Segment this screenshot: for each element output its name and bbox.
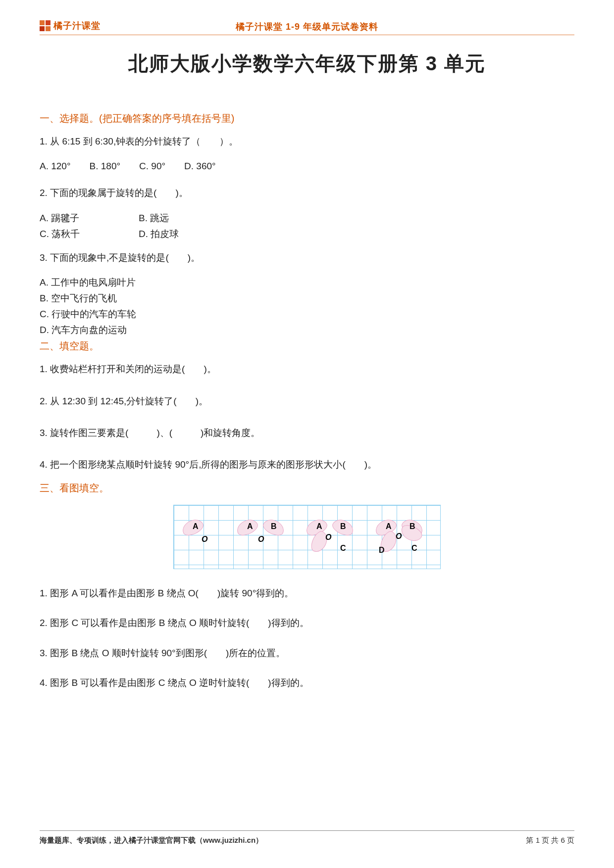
fig-label-O2: O xyxy=(258,535,264,544)
s1-q2: 2. 下面的现象属于旋转的是( )。 xyxy=(40,186,574,200)
s1-q2-optA: A. 踢毽子 xyxy=(40,212,139,225)
section3-heading: 三、看图填空。 xyxy=(40,482,574,495)
fig-label-O3: O xyxy=(325,533,331,542)
s1-q3-optA: A. 工作中的电风扇叶片 xyxy=(40,276,574,289)
s1-q1-options: A. 120° B. 180° C. 90° D. 360° xyxy=(40,160,574,173)
s3-q3: 3. 图形 B 绕点 O 顺时针旋转 90°到图形( )所在的位置。 xyxy=(40,646,574,661)
fig-label-C4: C xyxy=(411,544,417,553)
s2-q3: 3. 旋转作图三要素是( )、( )和旋转角度。 xyxy=(40,426,574,440)
logo-icon xyxy=(40,20,51,31)
fig-label-O: O xyxy=(202,535,207,544)
s1-q2-optC: C. 荡秋千 xyxy=(40,228,139,241)
s1-q2-options: A. 踢毽子 B. 跳远 C. 荡秋千 D. 拍皮球 xyxy=(40,212,574,243)
s3-q4: 4. 图形 B 可以看作是由图形 C 绕点 O 逆时针旋转( )得到的。 xyxy=(40,675,574,690)
s1-q3-optD: D. 汽车方向盘的运动 xyxy=(40,324,574,337)
footer-left: 海量题库、专项训练，进入橘子汁课堂官网下载（www.juzizhi.cn） xyxy=(40,836,263,845)
fig-label-A3: A xyxy=(316,522,322,531)
page: 橘子汁课堂 橘子汁课堂 1-9 年级单元试卷资料 北师大版小学数学六年级下册第 … xyxy=(0,0,614,690)
footer-right: 第 1 页 共 6 页 xyxy=(526,836,574,845)
s1-q3-optB: B. 空中飞行的飞机 xyxy=(40,292,574,305)
fig-label-B4: B xyxy=(409,522,415,531)
fig-label-B2: B xyxy=(271,522,277,531)
page-title: 北师大版小学数学六年级下册第 3 单元 xyxy=(40,50,574,77)
brand-block: 橘子汁课堂 xyxy=(40,20,101,32)
fig-label-A4: A xyxy=(386,522,392,531)
s1-q2-optD: D. 拍皮球 xyxy=(139,228,238,241)
s2-q2: 2. 从 12:30 到 12:45,分针旋转了( )。 xyxy=(40,394,574,409)
header-center: 橘子汁课堂 1-9 年级单元试卷资料 xyxy=(236,21,378,33)
fig-label-A2: A xyxy=(247,522,253,531)
s1-q3-optC: C. 行驶中的汽车的车轮 xyxy=(40,308,574,321)
fig-label-O4: O xyxy=(396,532,402,541)
s1-q3: 3. 下面的现象中,不是旋转的是( )。 xyxy=(40,250,574,265)
fig-label-C3: C xyxy=(340,544,346,553)
s3-q2: 2. 图形 C 可以看作是由图形 B 绕点 O 顺时针旋转( )得到的。 xyxy=(40,616,574,630)
section2-heading: 二、填空题。 xyxy=(40,339,574,353)
fig-label-D4: D xyxy=(379,546,385,555)
rotation-figure: A O A B O A B C O A B C D O xyxy=(173,505,441,569)
brand-text: 橘子汁课堂 xyxy=(53,20,101,32)
s2-q1: 1. 收费站栏杆打开和关闭的运动是( )。 xyxy=(40,362,574,377)
s1-q1: 1. 从 6:15 到 6:30,钟表的分针旋转了（ ）。 xyxy=(40,134,574,149)
figure-wrap: A O A B O A B C O A B C D O xyxy=(40,505,574,569)
fig-label-A: A xyxy=(193,522,199,531)
s1-q3-options: A. 工作中的电风扇叶片 B. 空中飞行的飞机 C. 行驶中的汽车的车轮 D. … xyxy=(40,276,574,337)
footer: 海量题库、专项训练，进入橘子汁课堂官网下载（www.juzizhi.cn） 第 … xyxy=(40,830,574,845)
section1-heading: 一、选择题。(把正确答案的序号填在括号里) xyxy=(40,112,574,125)
s1-q2-optB: B. 跳远 xyxy=(139,212,238,225)
s2-q4: 4. 把一个图形绕某点顺时针旋转 90°后,所得的图形与原来的图形形状大小( )… xyxy=(40,457,574,472)
fig-label-B3: B xyxy=(340,522,346,531)
s3-q1: 1. 图形 A 可以看作是由图形 B 绕点 O( )旋转 90°得到的。 xyxy=(40,586,574,601)
